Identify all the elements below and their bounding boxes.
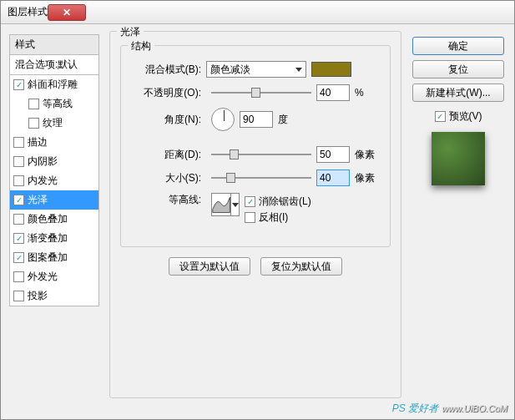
- sidebar-item-5[interactable]: 内发光: [10, 171, 98, 190]
- chevron-down-icon: [232, 203, 239, 207]
- sidebar-item-label: 图案叠加: [28, 250, 68, 265]
- distance-slider[interactable]: [211, 148, 311, 161]
- sidebar-item-label: 斜面和浮雕: [28, 78, 78, 92]
- preview-checkbox[interactable]: ✓: [435, 111, 446, 122]
- color-swatch[interactable]: [311, 62, 351, 77]
- sidebar-item-label: 外发光: [28, 270, 58, 284]
- angle-label: 角度(N):: [131, 113, 206, 127]
- sidebar-item-2[interactable]: 纹理: [10, 114, 98, 133]
- sidebar-header[interactable]: 样式: [9, 34, 99, 55]
- close-icon: ✕: [63, 7, 71, 18]
- size-input[interactable]: 40: [316, 170, 350, 186]
- preview-thumbnail: [432, 132, 485, 185]
- chevron-down-icon: [295, 68, 302, 72]
- distance-unit: 像素: [355, 148, 375, 162]
- sidebar-checkbox[interactable]: [28, 99, 39, 109]
- group-title: 结构: [128, 39, 154, 53]
- invert-checkbox[interactable]: [245, 212, 255, 223]
- sidebar-checkbox[interactable]: [28, 118, 39, 129]
- sidebar-item-label: 投影: [28, 289, 48, 303]
- distance-label: 距离(D):: [131, 148, 206, 162]
- sidebar-checkbox[interactable]: ✓: [13, 233, 24, 244]
- size-unit: 像素: [355, 171, 375, 185]
- sidebar-item-7[interactable]: 颜色叠加: [10, 210, 98, 229]
- sidebar-item-8[interactable]: ✓渐变叠加: [10, 229, 98, 248]
- sidebar-item-3[interactable]: 描边: [10, 133, 98, 152]
- sidebar-checkbox[interactable]: ✓: [13, 252, 24, 263]
- sidebar-item-label: 渐变叠加: [28, 231, 68, 245]
- sidebar-item-6[interactable]: ✓光泽: [10, 190, 98, 210]
- sidebar-item-0[interactable]: ✓斜面和浮雕: [10, 75, 98, 94]
- contour-label: 等高线:: [131, 193, 206, 207]
- antialias-checkbox[interactable]: ✓: [245, 196, 255, 207]
- opacity-slider[interactable]: [211, 86, 311, 99]
- ok-button[interactable]: 确定: [412, 37, 504, 55]
- sidebar-item-label: 内阴影: [28, 154, 58, 169]
- styles-sidebar: 样式 混合选项:默认 ✓斜面和浮雕等高线纹理描边内阴影内发光✓光泽颜色叠加✓渐变…: [9, 34, 99, 306]
- set-default-button[interactable]: 设置为默认值: [169, 257, 250, 276]
- opacity-unit: %: [355, 87, 364, 99]
- sidebar-checkbox[interactable]: [13, 156, 24, 167]
- sidebar-checkbox[interactable]: [13, 175, 24, 186]
- preview-label: 预览(V): [449, 109, 482, 124]
- angle-dial[interactable]: [211, 108, 235, 131]
- sidebar-item-label: 内发光: [28, 174, 58, 188]
- distance-input[interactable]: 50: [316, 146, 350, 163]
- sidebar-checkbox[interactable]: [13, 137, 24, 148]
- opacity-label: 不透明度(O):: [131, 86, 206, 100]
- sidebar-subheader[interactable]: 混合选项:默认: [9, 55, 99, 75]
- close-button[interactable]: ✕: [48, 4, 86, 21]
- sidebar-item-label: 光泽: [28, 193, 48, 207]
- sidebar-item-9[interactable]: ✓图案叠加: [10, 248, 98, 267]
- blend-mode-select[interactable]: 颜色减淡: [206, 61, 306, 78]
- sidebar-checkbox[interactable]: [13, 291, 24, 301]
- sidebar-item-11[interactable]: 投影: [10, 286, 98, 306]
- main-panel: 光泽 结构 混合模式(B): 颜色减淡 不透明度(O):: [109, 26, 401, 410]
- antialias-label: 消除锯齿(L): [259, 195, 311, 209]
- angle-unit: 度: [278, 113, 288, 127]
- sidebar-item-label: 等高线: [43, 97, 73, 111]
- sidebar-checkbox[interactable]: ✓: [13, 195, 24, 205]
- sidebar-item-1[interactable]: 等高线: [10, 94, 98, 114]
- sidebar-item-label: 颜色叠加: [28, 212, 68, 226]
- blend-mode-value: 颜色减淡: [210, 63, 250, 77]
- sidebar-checkbox[interactable]: [13, 214, 24, 225]
- size-slider[interactable]: [211, 171, 311, 185]
- watermark: PS 爱好者 www.UiBO.CoM: [392, 402, 507, 416]
- opacity-input[interactable]: 40: [316, 84, 350, 101]
- sidebar-checkbox[interactable]: ✓: [13, 79, 24, 90]
- right-panel: 确定 复位 新建样式(W)... ✓ 预览(V): [412, 34, 504, 185]
- sidebar-item-4[interactable]: 内阴影: [10, 152, 98, 171]
- window-title: 图层样式: [8, 5, 48, 19]
- angle-input[interactable]: 90: [240, 111, 273, 128]
- contour-picker[interactable]: [211, 193, 240, 216]
- sidebar-item-label: 纹理: [43, 116, 63, 130]
- sidebar-item-label: 描边: [28, 135, 48, 149]
- titlebar: 图层样式 ✕: [1, 1, 514, 24]
- reset-default-button[interactable]: 复位为默认值: [260, 257, 342, 276]
- blend-mode-label: 混合模式(B):: [131, 63, 206, 77]
- cancel-button[interactable]: 复位: [412, 60, 504, 78]
- sidebar-item-10[interactable]: 外发光: [10, 267, 98, 286]
- invert-label: 反相(I): [259, 210, 288, 225]
- size-label: 大小(S):: [131, 171, 206, 185]
- sidebar-checkbox[interactable]: [13, 271, 24, 282]
- new-style-button[interactable]: 新建样式(W)...: [412, 83, 504, 102]
- panel-title: 光泽: [117, 25, 144, 39]
